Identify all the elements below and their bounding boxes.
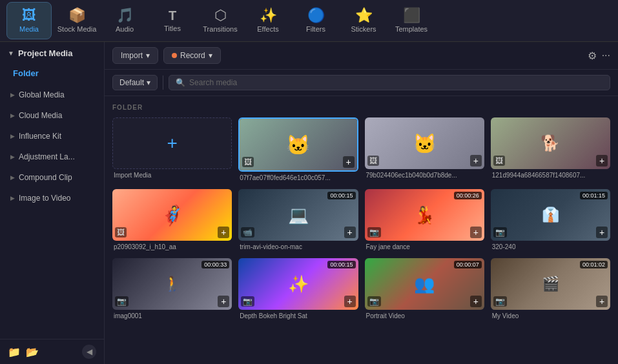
import-media-card[interactable]: + Import Media <box>112 117 232 183</box>
imag-type-icon: 📷 <box>115 296 129 307</box>
toolbar-item-stickers[interactable]: ⭐ Stickers <box>341 2 386 39</box>
media-card-dance[interactable]: 💃 00:00:26 📷 + Fay jane dance <box>365 189 484 252</box>
stickers-icon: ⭐ <box>355 8 373 23</box>
media-card-portrait[interactable]: 👥 00:00:07 📷 + Portrait Video <box>365 258 484 321</box>
imag-duration: 00:00:33 <box>201 261 229 268</box>
bokeh-add-icon[interactable]: + <box>344 296 356 307</box>
sidebar-item-compound-clip[interactable]: ▶ Compound Clip <box>3 168 101 187</box>
portrait-card[interactable]: 👥 00:00:07 📷 + <box>365 258 484 310</box>
bokeh-card[interactable]: ✨ 00:00:15 📷 + <box>238 258 358 310</box>
cat3-type-icon: 🖼 <box>493 156 505 166</box>
myvideo-card[interactable]: 🎬 00:01:02 📷 + <box>491 258 610 310</box>
portrait-add-icon[interactable]: + <box>470 296 482 307</box>
default-dropdown[interactable]: Default ▾ <box>112 75 158 90</box>
imag-add-icon[interactable]: + <box>218 296 229 307</box>
cat2-add-icon[interactable]: + <box>470 155 482 167</box>
cat2-type-icon: 🖼 <box>367 156 379 166</box>
filter-button[interactable]: ⚙ <box>588 50 597 62</box>
toolbar-item-media[interactable]: 🖼 Media <box>6 2 52 39</box>
media-card-cat3[interactable]: 🐕 🖼 + 121d9944a68466587f1408607... <box>491 117 610 183</box>
toolbar-item-templates[interactable]: ⬛ Templates <box>389 2 434 39</box>
laptop-add-icon[interactable]: + <box>344 227 356 238</box>
divider <box>163 76 163 90</box>
imag-card[interactable]: 🚶 00:00:33 📷 + <box>112 258 232 310</box>
320-add-icon[interactable]: + <box>596 227 608 238</box>
media-grid: + Import Media 🐱 🖼 + <box>112 117 610 321</box>
cat1-add-icon[interactable]: + <box>343 156 355 168</box>
toolbar-stickers-label: Stickers <box>351 25 376 33</box>
media-card-cat2[interactable]: 🐱 🖼 + 79b024406ec1b040b0d7b8de... <box>365 117 484 183</box>
sidebar-item-global-media[interactable]: ▶ Global Media <box>3 85 101 105</box>
media-card-myvideo[interactable]: 🎬 00:01:02 📷 + My Video <box>491 258 610 321</box>
cat2-actions: 🖼 + <box>367 155 482 167</box>
toolbar-effects-label: Effects <box>257 25 278 33</box>
record-label: Record <box>180 51 205 60</box>
import-card[interactable]: + <box>112 117 232 169</box>
dance-add-icon[interactable]: + <box>470 227 482 238</box>
dance-duration: 00:00:26 <box>454 192 482 199</box>
cat1-card[interactable]: 🐱 🖼 + <box>238 117 358 172</box>
cat3-actions: 🖼 + <box>493 155 608 167</box>
imag-actions: 📷 + <box>115 296 229 307</box>
toolbar-item-stock-media[interactable]: 📦 Stock Media <box>54 2 99 39</box>
laptop-card[interactable]: 💻 00:00:15 📹 + <box>238 189 358 241</box>
search-icon: 🔍 <box>176 78 185 87</box>
record-button[interactable]: Record ▾ <box>163 47 221 64</box>
portrait-type-icon: 📷 <box>367 296 381 307</box>
templates-icon: ⬛ <box>403 8 420 23</box>
bokeh-duration: 00:00:15 <box>327 261 355 268</box>
cat3-add-icon[interactable]: + <box>596 155 608 167</box>
filters-icon: 🔵 <box>307 8 325 23</box>
more-button[interactable]: ··· <box>602 50 610 61</box>
new-folder-icon[interactable]: 📁 <box>8 346 21 358</box>
media-card-laptop[interactable]: 💻 00:00:15 📹 + trim-avi-video-on-mac <box>238 189 358 252</box>
sidebar-item-image-to-video[interactable]: ▶ Image to Video <box>3 188 101 208</box>
sidebar-project-media[interactable]: ▼ Project Media <box>0 42 104 65</box>
laptop-name: trim-avi-video-on-mac <box>238 241 358 252</box>
toolbar-item-titles[interactable]: T Titles <box>150 2 195 39</box>
dance-card[interactable]: 💃 00:00:26 📷 + <box>365 189 484 241</box>
sidebar-item-adjustment-la[interactable]: ▶ Adjustment La... <box>3 147 101 167</box>
import-plus-icon: + <box>167 134 177 152</box>
toolbar-item-effects[interactable]: ✨ Effects <box>245 2 291 39</box>
myvideo-add-icon[interactable]: + <box>596 296 608 307</box>
sidebar-folder-label[interactable]: Folder <box>0 65 104 85</box>
search-input[interactable] <box>189 78 603 87</box>
anime-add-icon[interactable]: + <box>218 227 229 238</box>
media-card-cat1[interactable]: 🐱 🖼 + 07f7ae07ff0fed646e1c00c057... <box>238 117 358 183</box>
toolbar-item-transitions[interactable]: ⬡ Transitions <box>198 2 243 39</box>
media-card-imag[interactable]: 🚶 00:00:33 📷 + imag0001 <box>112 258 232 321</box>
sidebar-item-cloud-media[interactable]: ▶ Cloud Media <box>3 106 101 125</box>
media-grid-area: FOLDER + Import Media 🐱 <box>105 96 618 364</box>
toolbar-item-audio[interactable]: 🎵 Audio <box>102 2 147 39</box>
import-button[interactable]: Import ▾ <box>112 47 158 64</box>
cat2-card[interactable]: 🐱 🖼 + <box>365 117 484 169</box>
sidebar-collapse-button[interactable]: ◀ <box>82 345 96 359</box>
import-chevron-icon: ▾ <box>146 51 150 60</box>
default-label: Default <box>119 78 144 87</box>
folder-icon[interactable]: 📂 <box>26 346 39 358</box>
import-media-name: Import Media <box>112 169 232 180</box>
cat3-card[interactable]: 🐕 🖼 + <box>491 117 610 169</box>
320-card[interactable]: 👔 00:01:15 📷 + <box>491 189 610 241</box>
folder-section-label: FOLDER <box>112 104 610 111</box>
laptop-duration: 00:00:15 <box>327 192 355 199</box>
anime-card[interactable]: 🦸 🖼 + <box>112 189 232 241</box>
anime-actions: 🖼 + <box>115 227 229 238</box>
bokeh-type-icon: 📷 <box>241 296 254 307</box>
media-card-anime[interactable]: 🦸 🖼 + p20903092_i_h10_aa <box>112 189 232 252</box>
cloud-media-arrow: ▶ <box>10 112 15 119</box>
toolbar-titles-label: Titles <box>164 25 181 32</box>
toolbar-filters-label: Filters <box>306 25 325 33</box>
media-card-320[interactable]: 👔 00:01:15 📷 + 320-240 <box>491 189 610 252</box>
media-card-bokeh[interactable]: ✨ 00:00:15 📷 + Depth Bokeh Bright Sat <box>238 258 358 321</box>
sidebar-global-media-label: Global Media <box>19 90 65 99</box>
dance-name: Fay jane dance <box>365 241 484 252</box>
toolbar-transitions-label: Transitions <box>203 25 237 33</box>
myvideo-name: My Video <box>491 310 610 321</box>
toolbar-item-filters[interactable]: 🔵 Filters <box>293 2 338 39</box>
portrait-name: Portrait Video <box>365 310 484 321</box>
cat1-name: 07f7ae07ff0fed646e1c00c057... <box>238 172 358 183</box>
sidebar: ▼ Project Media Folder ▶ Global Media ▶ … <box>0 42 105 364</box>
sidebar-item-influence-kit[interactable]: ▶ Influence Kit <box>3 126 101 146</box>
